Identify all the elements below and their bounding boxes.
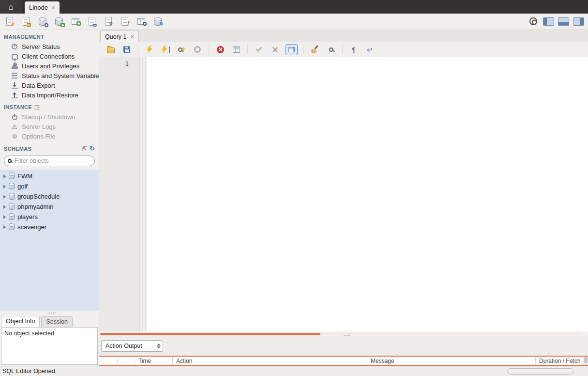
schema-row-fwm[interactable]: FWM [0,171,99,181]
execute-icon[interactable] [144,44,155,55]
schema-row-players[interactable]: players [0,212,99,222]
sql-code-input[interactable] [147,57,588,331]
sidebar-item-client-connections[interactable]: Client Connections [0,51,99,61]
save-script-icon[interactable] [121,44,133,55]
sidebar-item-system-variables[interactable]: Status and System Variables [0,71,99,80]
toggle-autocommit-icon[interactable] [285,44,298,55]
spinner-icon[interactable] [154,341,163,351]
table-icon [137,18,145,25]
expander-icon[interactable] [3,205,6,209]
sidebar-splitter-handle[interactable] [0,311,99,315]
sidebar-item-startup-shutdown[interactable]: Startup / Shutdown [0,112,99,122]
execute-current-icon[interactable] [160,44,171,55]
main-toolbar [0,14,588,30]
toggle-right-panel-icon[interactable] [573,16,584,27]
schema-filter [4,156,95,166]
limit-rows-icon[interactable] [230,44,242,55]
search-icon [8,159,12,163]
mysql-workbench-window: ⌂ Linode × [0,0,588,376]
sql-document-icon [105,17,112,26]
chevron-down-icon [157,346,161,348]
expand-panel-icon[interactable]: ⇱ [82,146,87,152]
search-table-data-icon[interactable] [136,16,147,27]
schema-row-golf[interactable]: golf [0,181,99,191]
commit-icon[interactable] [253,44,265,55]
sidebar-item-data-export[interactable]: Data Export [0,80,99,90]
sidebar-item-server-status[interactable]: Server Status [0,42,99,51]
open-script-icon[interactable] [105,44,117,55]
schema-row-scavenger[interactable]: scavenger [0,222,99,232]
expander-icon[interactable] [3,225,6,229]
open-sql-script-icon[interactable] [20,16,32,27]
fold-margin [140,57,147,331]
connection-tab-close-icon[interactable]: × [51,4,55,11]
sidebar-item-label: Server Logs [22,123,56,130]
find-icon[interactable] [325,44,337,55]
column-index [118,357,135,365]
reconnect-dbms-icon[interactable] [152,16,164,27]
inspect-database-icon[interactable] [37,16,48,27]
sidebar-item-data-import[interactable]: Data Import/Restore [0,90,99,100]
grip-dots-icon[interactable] [344,335,345,336]
tab-session[interactable]: Session [41,316,72,327]
invisibles-icon[interactable]: ¶ [348,44,360,55]
sql-document-icon [6,17,13,26]
create-view-icon[interactable] [86,16,98,27]
tab-object-info[interactable]: Object Info [1,316,40,327]
schema-row-groupschedule[interactable]: groupSchedule [0,191,99,202]
client-connections-icon [11,52,18,60]
new-query-tab-icon[interactable] [4,16,15,27]
explain-icon[interactable] [176,44,187,55]
red-stop-icon [217,46,224,53]
query-tab-close-icon[interactable]: × [130,33,134,40]
create-procedure-icon[interactable] [103,16,114,27]
server-status-icon [11,43,18,50]
scrollbar-thumb[interactable] [584,357,588,363]
tab-query-1[interactable]: Query 1 × [100,31,139,42]
wrap-text-icon[interactable]: ↵ [364,44,376,55]
workspace: MANAGEMENT Server Status Client Connecti… [0,30,588,366]
line-number-gutter: 1 [99,57,140,331]
scrollbar-thumb[interactable] [100,333,320,335]
schema-icon [9,193,15,200]
connection-tab-linode[interactable]: Linode × [25,1,60,14]
output-vertical-scrollbar[interactable] [583,357,588,365]
create-table-icon[interactable] [70,16,81,27]
rollback-icon[interactable] [269,44,281,55]
sql-document-icon [89,17,95,26]
refresh-schemas-icon[interactable]: ↻ [90,145,95,152]
sidebar-item-server-logs[interactable]: ⚠ Server Logs [0,122,99,131]
home-tab[interactable]: ⌂ [0,0,22,14]
stop-icon[interactable] [192,44,203,55]
expander-icon[interactable] [3,215,6,219]
cursor-icon [169,47,170,53]
lightning-icon [162,46,167,54]
filter-objects-input[interactable] [15,157,91,164]
toggle-bottom-panel-icon[interactable] [558,16,569,27]
column-message: Message [367,357,536,365]
main-toolbar-right-group [528,16,584,27]
sidebar-item-label: Client Connections [22,53,75,60]
toggle-stop-on-error-icon[interactable] [214,44,226,55]
query-tab-bar: Query 1 × [99,30,588,42]
schema-row-phpmyadmin[interactable]: phpmyadmin [0,202,99,212]
magnifier-icon [329,47,333,52]
column-status [99,357,118,365]
toolbar-separator [303,45,304,54]
schema-name: golf [17,183,28,190]
beautify-icon[interactable] [309,44,321,55]
expander-icon[interactable] [3,185,6,188]
expander-icon[interactable] [3,174,6,178]
output-view-selector[interactable]: Action Output [101,340,163,352]
data-import-icon [11,91,18,99]
expander-icon[interactable] [3,195,6,199]
sidebar-item-options-file[interactable]: ⚙ Options File [0,131,99,141]
refresh-badge-icon [159,20,164,27]
create-schema-icon[interactable] [53,16,65,27]
toggle-left-panel-icon[interactable] [543,16,554,27]
table-icon [72,18,79,25]
create-function-icon[interactable] [119,16,131,27]
progress-indicator [507,368,573,375]
management-section-title: MANAGEMENT [0,30,99,42]
sidebar-item-users-privileges[interactable]: Users and Privileges [0,61,99,71]
